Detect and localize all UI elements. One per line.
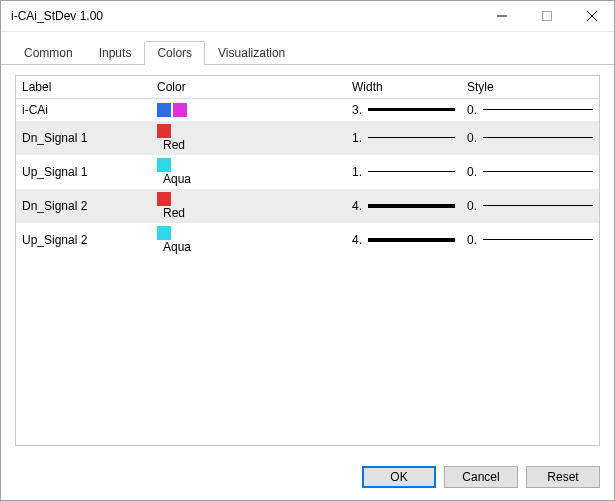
- width-value: 1.: [352, 165, 364, 179]
- row-width-cell[interactable]: 4.: [346, 189, 461, 223]
- row-color-cell[interactable]: [151, 99, 346, 121]
- row-color-cell[interactable]: Aqua: [151, 223, 346, 257]
- svg-rect-1: [542, 12, 551, 21]
- color-swatch: [173, 103, 187, 117]
- row-width-cell[interactable]: 1.: [346, 121, 461, 155]
- table-row[interactable]: Up_Signal 1Aqua1.0.: [16, 155, 599, 189]
- dialog-button-bar: OK Cancel Reset: [1, 456, 614, 500]
- width-value: 4.: [352, 233, 364, 247]
- tab-visualization[interactable]: Visualization: [205, 41, 298, 65]
- window-controls: [479, 1, 614, 31]
- color-swatch: [157, 124, 171, 138]
- style-value: 0.: [467, 233, 479, 247]
- style-value: 0.: [467, 165, 479, 179]
- row-label: Up_Signal 2: [16, 223, 151, 257]
- close-icon: [587, 11, 597, 21]
- color-name: Red: [163, 138, 185, 152]
- tab-content-colors: Label Color Width Style i-CAi3.0.Dn_Sign…: [1, 65, 614, 456]
- row-label: Dn_Signal 1: [16, 121, 151, 155]
- color-swatch: [157, 192, 171, 206]
- tab-inputs[interactable]: Inputs: [86, 41, 145, 65]
- style-value: 0.: [467, 103, 479, 117]
- tab-colors[interactable]: Colors: [144, 41, 205, 65]
- grid-header-label[interactable]: Label: [16, 76, 151, 99]
- grid-header-color[interactable]: Color: [151, 76, 346, 99]
- minimize-button[interactable]: [479, 1, 524, 31]
- table-row[interactable]: Up_Signal 2Aqua4.0.: [16, 223, 599, 257]
- table-row[interactable]: i-CAi3.0.: [16, 99, 599, 121]
- width-preview-line: [368, 108, 455, 111]
- color-name: Red: [163, 206, 185, 220]
- table-row[interactable]: Dn_Signal 2Red4.0.: [16, 189, 599, 223]
- grid-header-row: Label Color Width Style: [16, 76, 599, 99]
- table-row[interactable]: Dn_Signal 1Red1.0.: [16, 121, 599, 155]
- row-width-cell[interactable]: 4.: [346, 223, 461, 257]
- color-swatches: [157, 124, 340, 138]
- row-label: Up_Signal 1: [16, 155, 151, 189]
- style-preview-line: [483, 239, 593, 240]
- width-value: 4.: [352, 199, 364, 213]
- style-value: 0.: [467, 131, 479, 145]
- width-preview-line: [368, 171, 455, 172]
- row-width-cell[interactable]: 1.: [346, 155, 461, 189]
- row-label: Dn_Signal 2: [16, 189, 151, 223]
- color-swatch: [157, 226, 171, 240]
- ok-button[interactable]: OK: [362, 466, 436, 488]
- style-preview-line: [483, 205, 593, 206]
- color-swatches: [157, 192, 340, 206]
- reset-button[interactable]: Reset: [526, 466, 600, 488]
- width-preview-line: [368, 204, 455, 208]
- style-preview-line: [483, 171, 593, 172]
- row-width-cell[interactable]: 3.: [346, 99, 461, 121]
- row-style-cell[interactable]: 0.: [461, 99, 599, 121]
- tab-strip: CommonInputsColorsVisualization: [1, 32, 614, 65]
- maximize-button: [524, 1, 569, 31]
- row-label: i-CAi: [16, 99, 151, 121]
- row-style-cell[interactable]: 0.: [461, 155, 599, 189]
- row-color-cell[interactable]: Aqua: [151, 155, 346, 189]
- tab-common[interactable]: Common: [11, 41, 86, 65]
- width-preview-line: [368, 238, 455, 242]
- row-style-cell[interactable]: 0.: [461, 121, 599, 155]
- grid-header-style[interactable]: Style: [461, 76, 599, 99]
- colors-grid: Label Color Width Style i-CAi3.0.Dn_Sign…: [16, 76, 599, 257]
- close-button[interactable]: [569, 1, 614, 31]
- cancel-button[interactable]: Cancel: [444, 466, 518, 488]
- row-style-cell[interactable]: 0.: [461, 223, 599, 257]
- width-value: 1.: [352, 131, 364, 145]
- grid-header-width[interactable]: Width: [346, 76, 461, 99]
- color-swatch: [157, 103, 171, 117]
- dialog-window: i-CAi_StDev 1.00 CommonInputsColorsVisua…: [0, 0, 615, 501]
- titlebar: i-CAi_StDev 1.00: [1, 1, 614, 32]
- colors-grid-frame: Label Color Width Style i-CAi3.0.Dn_Sign…: [15, 75, 600, 446]
- style-preview-line: [483, 109, 593, 110]
- color-swatches: [157, 158, 340, 172]
- color-name: Aqua: [163, 240, 191, 254]
- maximize-icon: [542, 11, 552, 21]
- style-preview-line: [483, 137, 593, 138]
- row-color-cell[interactable]: Red: [151, 121, 346, 155]
- color-swatches: [157, 226, 340, 240]
- row-color-cell[interactable]: Red: [151, 189, 346, 223]
- color-swatches: [157, 103, 340, 117]
- width-preview-line: [368, 137, 455, 138]
- row-style-cell[interactable]: 0.: [461, 189, 599, 223]
- minimize-icon: [497, 11, 507, 21]
- color-name: Aqua: [163, 172, 191, 186]
- window-title: i-CAi_StDev 1.00: [11, 9, 479, 23]
- width-value: 3.: [352, 103, 364, 117]
- color-swatch: [157, 158, 171, 172]
- style-value: 0.: [467, 199, 479, 213]
